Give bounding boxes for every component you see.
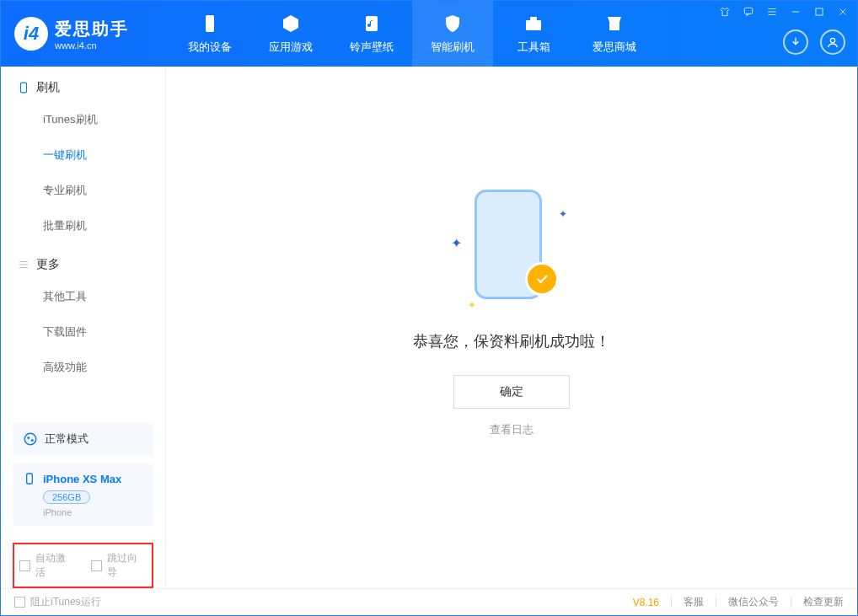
shield-icon <box>442 13 464 35</box>
sidebar-item-oneclick-flash[interactable]: 一键刷机 <box>43 137 165 173</box>
nav-tabs: 我的设备 应用游戏 铃声壁纸 智能刷机 工具箱 爱思商城 <box>169 1 655 67</box>
version-label: V8.16 <box>633 597 659 608</box>
skip-guide-checkbox[interactable]: 跳过向导 <box>91 551 147 580</box>
sidebar: 刷机 iTunes刷机 一键刷机 专业刷机 批量刷机 更多 其他工具 下载固件 … <box>1 67 166 588</box>
checkbox-icon <box>91 560 102 571</box>
toolbox-icon <box>523 13 544 35</box>
sidebar-item-other-tools[interactable]: 其他工具 <box>43 279 165 314</box>
cube-icon <box>280 13 302 35</box>
mode-card[interactable]: 正常模式 <box>13 423 153 455</box>
tab-label: 我的设备 <box>188 40 232 55</box>
phone-icon <box>18 82 29 94</box>
logo-area: i4 爱思助手 www.i4.cn <box>1 17 169 51</box>
tab-label: 爱思商城 <box>593 40 636 55</box>
tab-label: 铃声壁纸 <box>350 40 394 55</box>
check-badge-icon <box>525 262 559 296</box>
feedback-icon[interactable] <box>743 6 754 18</box>
list-icon <box>18 259 29 271</box>
app-subtitle: www.i4.cn <box>55 40 129 51</box>
tab-ringtones[interactable]: 铃声壁纸 <box>331 1 412 67</box>
sidebar-item-advanced[interactable]: 高级功能 <box>43 350 165 385</box>
logo-icon: i4 <box>14 17 48 51</box>
svg-point-9 <box>27 437 29 439</box>
svg-point-8 <box>24 433 36 445</box>
tab-label: 智能刷机 <box>431 40 475 55</box>
phone-icon <box>23 472 36 485</box>
svg-rect-4 <box>744 8 752 13</box>
view-log-link[interactable]: 查看日志 <box>490 422 534 437</box>
storage-badge: 256GB <box>43 490 90 504</box>
sidebar-section-more: 更多 <box>1 244 165 279</box>
svg-rect-2 <box>526 20 541 30</box>
tab-smart-flash[interactable]: 智能刷机 <box>412 1 493 67</box>
svg-point-10 <box>31 439 34 442</box>
auto-activate-checkbox[interactable]: 自动激活 <box>19 551 76 580</box>
tab-my-device[interactable]: 我的设备 <box>169 1 250 67</box>
close-icon[interactable] <box>837 6 849 18</box>
device-name: iPhone XS Max <box>43 473 121 485</box>
svg-rect-1 <box>366 16 378 31</box>
user-button[interactable] <box>820 29 845 55</box>
music-icon <box>361 13 383 35</box>
sidebar-item-download-firmware[interactable]: 下载固件 <box>43 314 165 350</box>
device-icon <box>199 13 221 35</box>
shirt-icon[interactable] <box>719 6 731 18</box>
block-itunes-checkbox[interactable]: 阻止iTunes运行 <box>14 595 101 609</box>
footer-link-update[interactable]: 检查更新 <box>803 595 844 609</box>
device-card[interactable]: iPhone XS Max 256GB iPhone <box>13 463 153 526</box>
sidebar-item-itunes-flash[interactable]: iTunes刷机 <box>43 102 165 137</box>
maximize-icon[interactable] <box>813 6 825 18</box>
checkbox-icon <box>14 597 25 608</box>
store-icon <box>603 13 625 35</box>
svg-rect-5 <box>816 8 823 15</box>
svg-rect-11 <box>27 474 33 484</box>
sidebar-item-batch-flash[interactable]: 批量刷机 <box>43 208 165 244</box>
success-illustration: ✦✦✦ <box>461 185 562 311</box>
svg-point-6 <box>830 38 834 42</box>
main-content: ✦✦✦ 恭喜您，保资料刷机成功啦！ 确定 查看日志 <box>166 67 857 588</box>
menu-icon[interactable] <box>766 6 778 18</box>
ok-button[interactable]: 确定 <box>453 375 570 409</box>
footer-link-support[interactable]: 客服 <box>684 595 704 609</box>
header-right-actions <box>783 29 845 55</box>
sidebar-item-pro-flash[interactable]: 专业刷机 <box>43 173 165 208</box>
mode-icon <box>23 431 38 447</box>
tab-label: 工具箱 <box>517 40 550 55</box>
options-highlight-box: 自动激活 跳过向导 <box>13 543 153 588</box>
download-button[interactable] <box>783 29 808 55</box>
minimize-icon[interactable] <box>790 6 802 18</box>
tab-store[interactable]: 爱思商城 <box>574 1 655 67</box>
svg-rect-3 <box>530 17 537 20</box>
tab-toolbox[interactable]: 工具箱 <box>493 1 574 67</box>
footer: 阻止iTunes运行 V8.16 客服 微信公众号 检查更新 <box>1 588 857 615</box>
device-type: iPhone <box>43 507 143 517</box>
app-title: 爱思助手 <box>55 18 129 40</box>
checkbox-icon <box>19 560 30 571</box>
tab-label: 应用游戏 <box>269 40 313 55</box>
svg-rect-7 <box>21 83 27 93</box>
tab-apps-games[interactable]: 应用游戏 <box>250 1 331 67</box>
footer-link-wechat[interactable]: 微信公众号 <box>728 595 779 609</box>
app-header: i4 爱思助手 www.i4.cn 我的设备 应用游戏 铃声壁纸 智能刷机 工具… <box>1 1 857 67</box>
window-controls <box>719 6 849 18</box>
sidebar-section-flash: 刷机 <box>1 67 165 102</box>
success-message: 恭喜您，保资料刷机成功啦！ <box>413 331 610 351</box>
svg-rect-0 <box>206 15 214 32</box>
